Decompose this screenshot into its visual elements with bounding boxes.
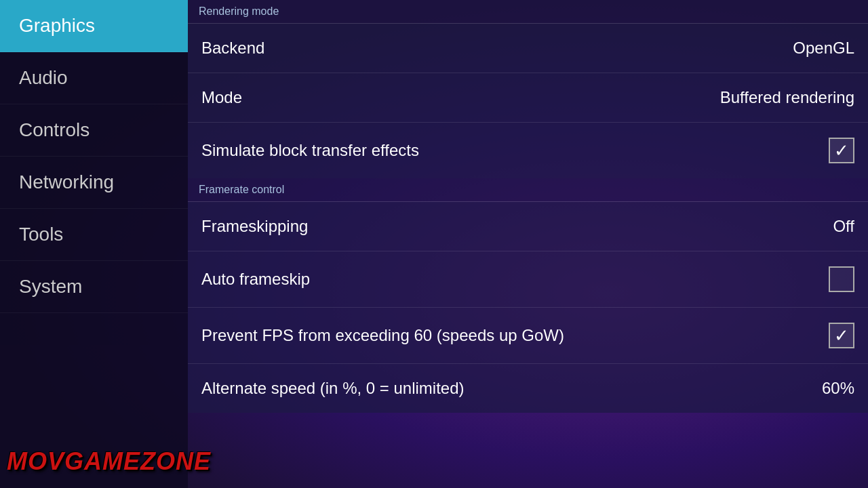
checkbox-prevent-fps[interactable]: ✓ [829, 323, 854, 348]
setting-value-mode: Buffered rendering [720, 88, 854, 107]
settings-group-rendering-mode: BackendOpenGLModeBuffered renderingSimul… [188, 24, 868, 178]
setting-value-backend: OpenGL [793, 39, 854, 58]
setting-label-prevent-fps: Prevent FPS from exceeding 60 (speeds up… [201, 326, 829, 345]
sidebar-item-controls[interactable]: Controls [0, 104, 188, 157]
setting-value-alternate-speed: 60% [822, 379, 854, 398]
sidebar-item-audio[interactable]: Audio [0, 52, 188, 104]
sidebar: GraphicsAudioControlsNetworkingToolsSyst… [0, 0, 188, 488]
sidebar-item-tools[interactable]: Tools [0, 209, 188, 261]
setting-label-alternate-speed: Alternate speed (in %, 0 = unlimited) [201, 379, 808, 398]
checkmark-simulate-block-transfer: ✓ [834, 142, 849, 159]
setting-row-mode[interactable]: ModeBuffered rendering [188, 73, 868, 123]
setting-row-auto-frameskip[interactable]: Auto frameskip [188, 251, 868, 308]
settings-group-framerate-control: FrameskippingOffAuto frameskipPrevent FP… [188, 202, 868, 413]
setting-row-simulate-block-transfer[interactable]: Simulate block transfer effects✓ [188, 123, 868, 178]
checkbox-auto-frameskip[interactable] [829, 266, 854, 292]
watermark: MOVGAMEZONE [7, 447, 211, 476]
setting-label-backend: Backend [201, 39, 779, 58]
sidebar-item-graphics[interactable]: Graphics [0, 0, 188, 52]
setting-row-alternate-speed[interactable]: Alternate speed (in %, 0 = unlimited)60% [188, 364, 868, 413]
setting-row-prevent-fps[interactable]: Prevent FPS from exceeding 60 (speeds up… [188, 308, 868, 364]
sidebar-item-networking[interactable]: Networking [0, 157, 188, 209]
setting-value-frameskipping: Off [833, 217, 854, 236]
checkmark-prevent-fps: ✓ [834, 327, 849, 344]
setting-row-backend[interactable]: BackendOpenGL [188, 24, 868, 73]
setting-label-mode: Mode [201, 88, 707, 107]
setting-label-frameskipping: Frameskipping [201, 217, 819, 236]
section-header-rendering-mode: Rendering mode [188, 0, 868, 24]
section-header-framerate-control: Framerate control [188, 178, 868, 202]
setting-label-auto-frameskip: Auto frameskip [201, 270, 829, 289]
setting-row-frameskipping[interactable]: FrameskippingOff [188, 202, 868, 251]
main-content: Rendering modeBackendOpenGLModeBuffered … [188, 0, 868, 488]
sidebar-item-system[interactable]: System [0, 261, 188, 313]
checkbox-simulate-block-transfer[interactable]: ✓ [829, 138, 854, 163]
setting-label-simulate-block-transfer: Simulate block transfer effects [201, 141, 829, 160]
